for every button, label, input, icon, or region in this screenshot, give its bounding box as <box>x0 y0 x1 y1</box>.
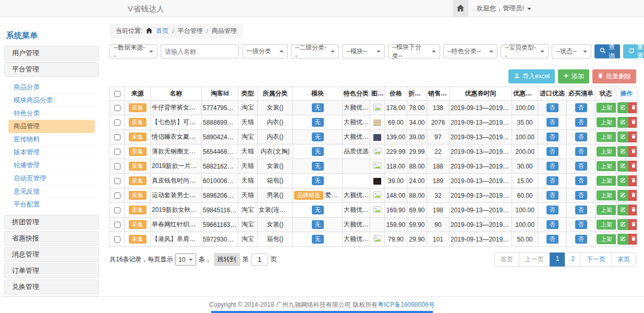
status-button[interactable]: 上架 <box>597 103 616 113</box>
pager-link[interactable]: 1 <box>550 252 566 267</box>
pager-link[interactable]: 下一页 <box>580 252 612 267</box>
edit-button[interactable] <box>617 234 628 245</box>
delete-button[interactable] <box>628 131 637 142</box>
status-button[interactable]: 上架 <box>597 220 616 230</box>
add-button[interactable]: 添加 <box>558 69 589 83</box>
user-menu[interactable]: 欢迎您，管理员! <box>477 4 531 13</box>
home-button[interactable] <box>453 0 468 17</box>
sidebar-group[interactable]: 兑换管理 <box>4 280 99 294</box>
must-buy-toggle[interactable]: 否 <box>575 176 587 185</box>
row-checkbox[interactable] <box>114 134 120 140</box>
edit-button[interactable] <box>617 204 628 215</box>
sidebar-item[interactable]: 版本管理 <box>8 146 95 159</box>
status-button[interactable]: 上架 <box>597 234 616 244</box>
pager-link[interactable]: 末页 <box>611 252 636 267</box>
name-search-input[interactable] <box>161 44 239 58</box>
import-select-toggle[interactable]: 否 <box>546 147 558 156</box>
edit-button[interactable] <box>617 175 628 186</box>
delete-button[interactable] <box>628 204 637 215</box>
status-button[interactable]: 上架 <box>597 190 616 200</box>
delete-button[interactable] <box>628 219 637 230</box>
row-checkbox[interactable] <box>114 192 120 199</box>
sidebar-group[interactable]: 拼团管理 <box>4 215 99 230</box>
sidebar-group[interactable]: 省惠快报 <box>4 231 99 246</box>
must-buy-toggle[interactable]: 否 <box>575 147 587 156</box>
must-buy-toggle[interactable]: 否 <box>575 235 587 244</box>
status-button[interactable]: 上架 <box>597 117 616 127</box>
sidebar-item[interactable]: 模块商品分类 <box>8 94 95 107</box>
sidebar-item[interactable]: 平台配置 <box>8 198 95 211</box>
edit-button[interactable] <box>617 102 628 113</box>
pager-link[interactable]: 首页 <box>494 252 519 267</box>
batch-delete-button[interactable]: 批量删除 <box>592 69 636 83</box>
row-checkbox[interactable] <box>114 222 120 228</box>
reset-button[interactable]: 重置 <box>623 44 644 58</box>
filter-select[interactable]: --模块-- <box>342 44 385 58</box>
row-checkbox[interactable] <box>114 119 120 126</box>
filter-select[interactable]: --宝贝类型-- <box>501 44 549 58</box>
per-page-select[interactable]: 10 <box>175 254 196 266</box>
filter-select[interactable]: --二级分类-- <box>291 44 339 58</box>
pager-link[interactable]: 上一页 <box>519 252 550 267</box>
sidebar-item[interactable]: 商品管理 <box>8 120 95 133</box>
filter-select[interactable]: --特色分类-- <box>443 44 497 58</box>
sidebar-item[interactable]: 特色分类 <box>8 107 95 120</box>
sidebar-group[interactable]: 消息管理 <box>4 247 99 262</box>
import-select-toggle[interactable]: 否 <box>546 118 558 127</box>
import-select-toggle[interactable]: 否 <box>546 176 558 185</box>
sidebar-item[interactable]: 宣传物料 <box>8 133 95 146</box>
edit-button[interactable] <box>617 146 628 157</box>
status-button[interactable]: 上架 <box>597 147 616 156</box>
import-select-toggle[interactable]: 否 <box>546 235 558 244</box>
jump-button[interactable]: 跳转到 <box>214 253 240 266</box>
status-button[interactable]: 上架 <box>597 205 616 215</box>
search-button[interactable]: 查询 <box>594 44 620 58</box>
sidebar-group[interactable]: 用户管理 <box>4 46 99 61</box>
filter-select[interactable]: --数据来源-- <box>110 44 157 58</box>
filter-select[interactable]: 一级分类 <box>242 44 288 58</box>
must-buy-toggle[interactable]: 否 <box>575 206 587 214</box>
row-checkbox[interactable] <box>114 178 120 184</box>
sidebar-item[interactable]: 启动页管理 <box>8 172 95 185</box>
edit-button[interactable] <box>617 131 628 142</box>
must-buy-toggle[interactable]: 否 <box>575 118 587 127</box>
sidebar-item[interactable]: 轮播管理 <box>8 159 95 172</box>
breadcrumb-home-link[interactable]: 首页 <box>156 27 168 35</box>
must-buy-toggle[interactable]: 否 <box>575 103 587 112</box>
delete-button[interactable] <box>628 161 637 172</box>
import-select-toggle[interactable]: 否 <box>546 103 558 112</box>
delete-button[interactable] <box>628 102 637 113</box>
sidebar-group[interactable]: 订单管理 <box>4 263 99 278</box>
status-button[interactable]: 上架 <box>597 176 616 186</box>
import-excel-button[interactable]: 导入excel <box>508 69 555 83</box>
select-all-checkbox[interactable] <box>114 91 120 97</box>
row-checkbox[interactable] <box>114 149 120 155</box>
row-checkbox[interactable] <box>114 236 120 243</box>
sidebar-item[interactable]: 商品分类 <box>8 81 95 94</box>
delete-button[interactable] <box>628 146 637 157</box>
must-buy-toggle[interactable]: 否 <box>575 162 587 171</box>
status-button[interactable]: 上架 <box>597 132 616 142</box>
must-buy-toggle[interactable]: 否 <box>575 133 587 141</box>
filter-select[interactable]: --状态-- <box>552 44 591 58</box>
delete-button[interactable] <box>628 234 637 245</box>
icp-link[interactable]: 粤ICP备16098006号 <box>378 300 434 309</box>
delete-button[interactable] <box>628 175 637 186</box>
edit-button[interactable] <box>617 190 628 201</box>
must-buy-toggle[interactable]: 否 <box>575 191 587 200</box>
must-buy-toggle[interactable]: 否 <box>575 220 587 229</box>
row-checkbox[interactable] <box>114 105 120 111</box>
edit-button[interactable] <box>617 219 628 230</box>
import-select-toggle[interactable]: 否 <box>546 206 558 214</box>
row-checkbox[interactable] <box>114 207 120 213</box>
import-select-toggle[interactable]: 否 <box>546 133 558 141</box>
row-checkbox[interactable] <box>114 163 120 170</box>
import-select-toggle[interactable]: 否 <box>546 162 558 171</box>
page-number-input[interactable] <box>251 254 268 266</box>
filter-select[interactable]: --模块下分类-- <box>388 44 440 58</box>
delete-button[interactable] <box>628 190 637 201</box>
sidebar-item[interactable]: 意见反馈 <box>8 185 95 198</box>
status-button[interactable]: 上架 <box>597 161 616 171</box>
edit-button[interactable] <box>617 161 628 172</box>
edit-button[interactable] <box>617 117 628 128</box>
